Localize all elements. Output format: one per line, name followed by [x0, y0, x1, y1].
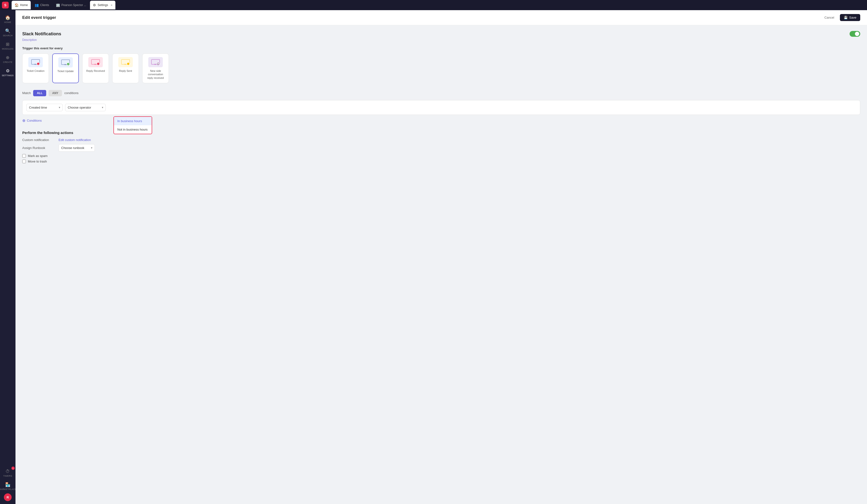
mark-as-spam-checkbox[interactable] [22, 154, 26, 158]
svg-rect-5 [64, 64, 67, 65]
custom-notification-row: Custom notification Edit custom notifica… [22, 138, 860, 142]
pearson-tab-icon: 🏢 [56, 3, 60, 7]
user-avatar[interactable]: R [4, 493, 12, 501]
sidebar-modules-label: MODULES [2, 47, 13, 50]
sidebar: 🏠 HOME 🔍 SEARCH ⊞ MODULES ⊕ CREATE ⚙ SET… [0, 10, 15, 504]
operator-dropdown-popup: In business hours Not in business hours [114, 116, 152, 134]
reply-received-label: Reply Received [86, 69, 105, 73]
sidebar-item-modules[interactable]: ⊞ MODULES [1, 40, 14, 52]
mark-as-spam-label: Mark as spam [28, 154, 48, 158]
ticket-update-label: Ticket Update [57, 69, 74, 73]
svg-text:+: + [38, 63, 39, 65]
clients-tab-label: Clients [40, 3, 49, 7]
card-new-side-conv[interactable]: 💬 New side conversation reply received [142, 53, 169, 83]
runbook-select[interactable]: Choose runbook [58, 144, 95, 152]
add-conditions-label: Conditions [27, 119, 42, 122]
svg-text:→: → [128, 63, 129, 65]
condition-field-select[interactable]: Created time [26, 104, 63, 111]
field-select-wrapper: Created time ▼ [26, 104, 63, 111]
description-link[interactable]: Description [22, 38, 860, 42]
main-content: Edit event trigger Cancel 💾 Save Slack N… [15, 10, 867, 504]
match-any-button[interactable]: ANY [49, 90, 62, 96]
assign-runbook-row: Assign Runbook Choose runbook ▼ [22, 144, 860, 152]
modules-icon: ⊞ [6, 42, 10, 47]
assign-runbook-label: Assign Runbook [22, 146, 56, 150]
create-icon: ⊕ [6, 55, 10, 60]
settings-icon: ⚙ [6, 68, 10, 74]
mark-as-spam-row: Mark as spam [22, 154, 860, 158]
card-ticket-creation[interactable]: + Ticket Creation [22, 53, 49, 83]
timer-icon: ⏱ [6, 469, 10, 474]
cancel-button[interactable]: Cancel [822, 14, 837, 21]
user-initial: R [7, 495, 9, 499]
settings-tab-close[interactable]: ✕ [110, 4, 113, 7]
trigger-name: Slack Notifications [22, 31, 61, 36]
reply-sent-icon: → [118, 57, 133, 67]
svg-rect-9 [94, 64, 97, 65]
tab-bar: S 🏠 Home 👥 Clients 🏢 Pearson Spector ...… [0, 0, 867, 10]
sidebar-home-label: HOME [4, 21, 11, 23]
tab-home[interactable]: 🏠 Home [12, 1, 31, 9]
sidebar-item-marketplace[interactable]: 🏪 MARKETPLACE [1, 480, 14, 492]
home-tab-icon: 🏠 [14, 3, 19, 7]
card-reply-sent[interactable]: → Reply Sent [112, 53, 139, 83]
tab-clients[interactable]: 👥 Clients [32, 1, 52, 9]
dropdown-item-in-business-hours[interactable]: In business hours [114, 117, 152, 125]
section-title-row: Slack Notifications [22, 31, 860, 37]
content-area: Slack Notifications Description Trigger … [15, 25, 867, 171]
svg-text:💬: 💬 [157, 63, 159, 65]
enable-toggle[interactable] [849, 31, 860, 37]
reply-received-icon: ↩ [88, 57, 103, 67]
sidebar-item-create[interactable]: ⊕ CREATE [1, 53, 14, 65]
operator-select-wrapper: Choose operator In business hours Not in… [65, 104, 106, 111]
trigger-for-label: Trigger this event for every [22, 46, 860, 50]
move-to-trash-label: Move to trash [28, 160, 47, 163]
settings-tab-label: Settings [97, 3, 108, 7]
match-label: Match [22, 91, 31, 95]
sidebar-item-settings[interactable]: ⚙ SETTINGS [1, 66, 14, 78]
edit-notification-link[interactable]: Edit custom notification [58, 138, 91, 142]
toggle-thumb [855, 32, 859, 36]
conditions-text: conditions [64, 91, 79, 95]
svg-text:✓: ✓ [67, 63, 69, 65]
move-to-trash-checkbox[interactable] [22, 160, 26, 163]
save-label: Save [849, 16, 856, 19]
save-button[interactable]: 💾 Save [840, 14, 860, 21]
clients-tab-icon: 👥 [35, 3, 39, 7]
marketplace-icon: 🏪 [5, 482, 11, 487]
condition-operator-select[interactable]: Choose operator In business hours Not in… [65, 104, 106, 111]
home-icon: 🏠 [5, 15, 11, 20]
home-tab-label: Home [20, 3, 28, 7]
ticket-creation-icon: + [28, 57, 43, 67]
search-icon: 🔍 [5, 28, 11, 34]
match-all-button[interactable]: ALL [33, 90, 46, 96]
header-actions: Cancel 💾 Save [822, 14, 860, 21]
add-icon: ⊕ [22, 118, 25, 123]
page-title: Edit event trigger [22, 15, 56, 20]
sidebar-search-label: SEARCH [3, 34, 13, 37]
ticket-creation-label: Ticket Creation [26, 69, 44, 73]
edit-trigger-header: Edit event trigger Cancel 💾 Save [15, 10, 867, 25]
move-to-trash-row: Move to trash [22, 160, 860, 163]
sidebar-create-label: CREATE [3, 61, 13, 63]
svg-rect-13 [124, 64, 127, 65]
sidebar-item-timers[interactable]: ⏱ TIMERS 1 [1, 467, 14, 479]
svg-rect-17 [154, 64, 157, 65]
sidebar-item-home[interactable]: 🏠 HOME [1, 13, 14, 25]
card-ticket-update[interactable]: ✓ Ticket Update [52, 53, 79, 83]
tab-pearson[interactable]: 🏢 Pearson Spector ... [53, 1, 89, 9]
svg-rect-1 [34, 64, 37, 65]
save-icon: 💾 [844, 16, 848, 19]
sidebar-item-search[interactable]: 🔍 SEARCH [1, 26, 14, 39]
sidebar-timers-label: TIMERS [3, 475, 12, 477]
card-reply-received[interactable]: ↩ Reply Received [82, 53, 109, 83]
condition-row: Created time ▼ Choose operator In busine… [22, 100, 860, 115]
dropdown-item-not-in-business-hours[interactable]: Not in business hours [114, 125, 152, 134]
reply-sent-label: Reply Sent [119, 69, 132, 73]
app-logo: S [2, 2, 9, 9]
ticket-update-icon: ✓ [58, 57, 73, 67]
tab-settings[interactable]: ⚙ Settings ✕ [90, 1, 115, 9]
new-side-conv-label: New side conversation reply received [145, 69, 166, 79]
match-row: Match ALL ANY conditions [22, 90, 860, 96]
pearson-tab-label: Pearson Spector ... [62, 3, 86, 7]
